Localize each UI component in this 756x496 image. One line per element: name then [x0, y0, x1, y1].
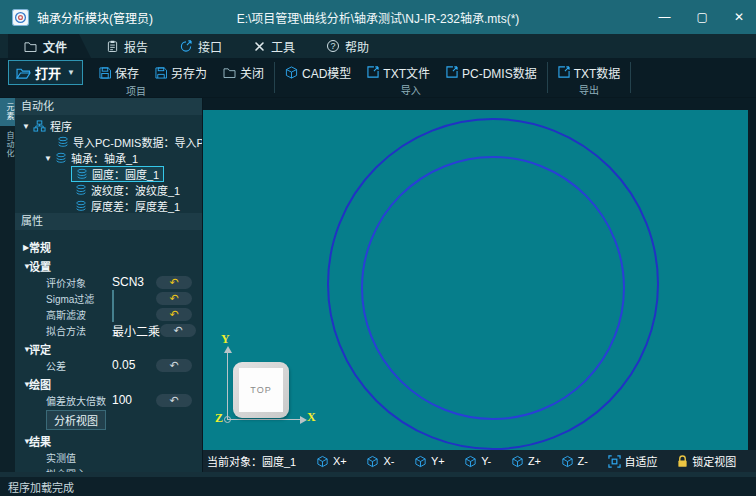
- title-bar: 轴承分析模块(管理员) E:\项目管理\曲线分析\轴承测试\NJ-IR-232轴…: [0, 0, 756, 34]
- import-txt-button[interactable]: TXT文件: [367, 64, 430, 81]
- tree-panel-title: 自动化: [15, 98, 202, 115]
- save-as-button[interactable]: 另存为: [155, 64, 207, 81]
- section-result[interactable]: ▼ 结果: [15, 433, 202, 449]
- menu-report[interactable]: 报告: [91, 34, 164, 58]
- orientation-cube[interactable]: TOP: [233, 362, 289, 418]
- cube-axis-icon: [511, 455, 524, 468]
- expander-icon[interactable]: ▼: [43, 154, 53, 163]
- gauss-filter-checkbox[interactable]: [112, 306, 114, 322]
- cad-model-button[interactable]: CAD模型: [285, 64, 351, 81]
- property-row: 评价对象 SCN3 ↶: [15, 274, 202, 290]
- view-buttons: X+ X- Y+ Y-: [306, 453, 746, 469]
- fit-method-value[interactable]: 最小二乘: [112, 322, 160, 339]
- tree-item-waviness[interactable]: 波纹度：波纹度_1: [15, 182, 202, 198]
- menu-tools[interactable]: 工具: [238, 34, 311, 58]
- layers-icon: [55, 152, 67, 164]
- section-evaluation[interactable]: ▼ 评定: [15, 341, 202, 357]
- view-z-plus-button[interactable]: Z+: [511, 455, 541, 468]
- eval-object-value[interactable]: SCN3: [112, 275, 156, 289]
- deviation-scale-value[interactable]: 100: [112, 393, 156, 407]
- menu-interface[interactable]: 接口: [164, 34, 238, 58]
- sigma-filter-checkbox[interactable]: [112, 290, 114, 306]
- app-logo-icon: [12, 9, 29, 26]
- view-x-plus-button[interactable]: X+: [316, 455, 347, 468]
- import-pcdmis-button[interactable]: PC-DMIS数据: [446, 64, 537, 81]
- view-y-plus-button[interactable]: Y+: [414, 455, 445, 468]
- menu-help[interactable]: ? 帮助: [311, 34, 385, 58]
- tools-icon: [254, 41, 265, 52]
- x-axis-line: [228, 419, 302, 420]
- tolerance-value[interactable]: 0.05: [112, 358, 156, 372]
- section-general[interactable]: ▶ 常规: [15, 239, 202, 255]
- folder-closed-icon: [223, 67, 236, 78]
- layers-icon: [57, 136, 69, 148]
- expander-icon[interactable]: ▼: [15, 437, 29, 446]
- expander-icon[interactable]: ▼: [15, 262, 29, 271]
- folder-icon: [24, 41, 37, 52]
- properties-panel: ▶ 常规 ▼ 设置 评价对象 SCN3 ↶ Sigma过滤: [15, 230, 202, 472]
- maximize-icon[interactable]: ▢: [697, 10, 708, 24]
- expander-icon[interactable]: ▼: [21, 122, 31, 131]
- side-tab-strip: 元素 自动化: [0, 98, 15, 472]
- undo-button[interactable]: ↶: [156, 292, 192, 305]
- expander-icon[interactable]: ▶: [15, 243, 29, 252]
- undo-button[interactable]: ↶: [156, 394, 192, 407]
- undo-button[interactable]: ↶: [160, 324, 196, 337]
- export-file-icon: [558, 66, 570, 78]
- x-axis-arrow: [300, 416, 307, 424]
- property-label: 公差: [46, 358, 112, 373]
- export-txt-button[interactable]: TXT数据: [558, 64, 621, 81]
- result-label: 实测值: [46, 450, 112, 465]
- orientation-cube-face[interactable]: TOP: [239, 368, 283, 412]
- save-button[interactable]: 保存: [99, 64, 139, 81]
- toolbar-group-label: 导出: [558, 84, 621, 97]
- view-y-minus-button[interactable]: Y-: [464, 455, 491, 468]
- property-row: 高斯滤波 ↶: [15, 306, 202, 322]
- help-icon: ?: [327, 40, 339, 52]
- close-project-button[interactable]: 关闭: [223, 64, 264, 81]
- side-tab-elements[interactable]: 元素: [0, 98, 15, 126]
- main-area: 元素 自动化 自动化 ▼ 程序 导入PC-DMIS数据：导入PC-DMIS数..…: [0, 98, 756, 472]
- tree-item-bearing[interactable]: ▼ 轴承：轴承_1: [15, 150, 202, 166]
- 3d-viewport[interactable]: Y X Z TOP: [203, 110, 748, 450]
- minimize-icon[interactable]: —: [659, 10, 671, 24]
- status-bar: 程序加载完成: [0, 472, 756, 496]
- menu-file[interactable]: 文件: [8, 34, 91, 58]
- tree-item-program[interactable]: ▼ 程序: [15, 118, 202, 134]
- cube-axis-icon: [414, 455, 427, 468]
- property-label: 偏差放大倍数: [46, 393, 112, 408]
- property-row: 公差 0.05 ↶: [15, 357, 202, 373]
- viewport-column: Y X Z TOP 当前对象：圆度_1 X+: [203, 98, 756, 472]
- undo-button[interactable]: ↶: [156, 308, 192, 321]
- section-settings[interactable]: ▼ 设置: [15, 258, 202, 274]
- close-icon[interactable]: ✕: [734, 10, 744, 24]
- side-tab-automation[interactable]: 自动化: [0, 126, 15, 163]
- toolbar-separator: [547, 62, 548, 93]
- tree-item-import-pcdmis[interactable]: 导入PC-DMIS数据：导入PC-DMIS数...: [15, 134, 202, 150]
- open-button[interactable]: 打开 ▼: [8, 60, 83, 85]
- fit-view-icon: [608, 455, 621, 468]
- undo-button[interactable]: ↶: [156, 359, 192, 372]
- toolbar: 打开 ▼ 保存 另存为 关闭 项目: [0, 58, 756, 98]
- property-row: 拟合方法 最小二乘 ↶: [15, 322, 202, 338]
- selected-tree-item[interactable]: 圆度：圆度_1: [71, 166, 164, 182]
- toolbar-group-label: 导入: [285, 84, 537, 97]
- expander-icon[interactable]: ▼: [15, 345, 29, 354]
- view-x-minus-button[interactable]: X-: [366, 455, 394, 468]
- view-z-minus-button[interactable]: Z-: [561, 455, 588, 468]
- lock-view-button[interactable]: 锁定视图: [677, 453, 736, 469]
- section-plot[interactable]: ▼ 绘图: [15, 376, 202, 392]
- layers-icon: [75, 184, 87, 196]
- fit-view-button[interactable]: 自适应: [608, 453, 658, 469]
- tree-item-thickness[interactable]: 厚度差：厚度差_1: [15, 198, 202, 213]
- analysis-view-button[interactable]: 分析视图: [46, 410, 106, 430]
- program-icon: [33, 120, 46, 132]
- expander-icon[interactable]: ▼: [15, 380, 29, 389]
- tree-item-roundness[interactable]: 圆度：圆度_1: [15, 166, 202, 182]
- cube-axis-icon: [316, 455, 329, 468]
- result-row: 实测值: [15, 449, 202, 465]
- toolbar-separator: [274, 62, 275, 93]
- undo-button[interactable]: ↶: [156, 276, 192, 289]
- cube-axis-icon: [464, 455, 477, 468]
- property-label: Sigma过滤: [46, 291, 112, 306]
